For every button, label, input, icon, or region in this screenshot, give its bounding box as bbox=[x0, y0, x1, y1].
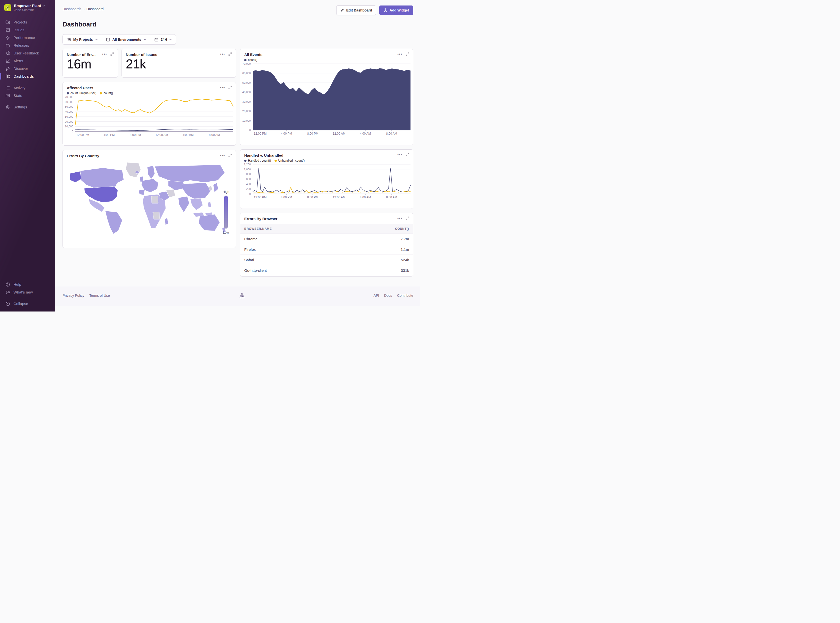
widget-menu-button[interactable]: ••• bbox=[397, 153, 402, 156]
sidebar-item-discover[interactable]: Discover bbox=[0, 65, 55, 72]
sidebar-item-whats-new[interactable]: What's new bbox=[0, 288, 55, 296]
collapse-icon bbox=[6, 302, 10, 306]
sidebar-item-performance[interactable]: Performance bbox=[0, 34, 55, 41]
org-switcher[interactable]: Empower Plant Jane Schmidt bbox=[0, 3, 55, 13]
environment-filter-label: All Environments bbox=[112, 37, 141, 41]
issues-icon bbox=[6, 28, 10, 32]
count-cell: 524k bbox=[347, 255, 413, 265]
svg-text:12:00 AM: 12:00 AM bbox=[333, 132, 346, 135]
breadcrumb-dashboards-link[interactable]: Dashboards bbox=[63, 7, 82, 11]
svg-text:4:00 PM: 4:00 PM bbox=[281, 196, 292, 199]
footer: Privacy Policy Terms of Use API Docs Con… bbox=[55, 286, 420, 306]
column-header-browser-name[interactable]: BROWSER.NAME bbox=[240, 224, 347, 234]
expand-icon[interactable] bbox=[406, 153, 409, 157]
svg-text:30,000: 30,000 bbox=[242, 100, 251, 103]
count-cell: 331k bbox=[347, 265, 413, 276]
svg-text:200: 200 bbox=[246, 187, 251, 190]
svg-text:0: 0 bbox=[72, 130, 73, 133]
widget-menu-button[interactable]: ••• bbox=[102, 53, 107, 55]
projects-icon bbox=[6, 20, 10, 25]
widget-menu-button[interactable]: ••• bbox=[220, 154, 225, 157]
widget-title: Errors By Country bbox=[67, 153, 99, 158]
map-legend-high: High bbox=[223, 190, 229, 193]
expand-icon[interactable] bbox=[406, 52, 409, 56]
help-icon bbox=[6, 282, 10, 287]
browser-name-cell: Safari bbox=[240, 255, 347, 265]
breadcrumb-current: Dashboard bbox=[86, 7, 104, 11]
legend-label: count() bbox=[248, 58, 257, 62]
chevron-down-icon bbox=[95, 39, 98, 40]
svg-text:800: 800 bbox=[246, 173, 251, 176]
environment-filter[interactable]: All Environments bbox=[102, 34, 150, 44]
widget-menu-button[interactable]: ••• bbox=[220, 86, 225, 89]
expand-icon[interactable] bbox=[406, 216, 409, 220]
table-row[interactable]: Safari524k bbox=[240, 255, 413, 265]
legend-label: count_unique(user) bbox=[71, 91, 96, 95]
chevron-down-icon bbox=[143, 39, 146, 40]
widget-menu-button[interactable]: ••• bbox=[397, 53, 402, 55]
sidebar-item-label: Stats bbox=[14, 94, 22, 98]
expand-icon[interactable] bbox=[229, 153, 232, 157]
sidebar-item-user-feedback[interactable]: User Feedback bbox=[0, 49, 55, 57]
privacy-policy-link[interactable]: Privacy Policy bbox=[63, 293, 84, 298]
sidebar-item-releases[interactable]: Releases bbox=[0, 41, 55, 49]
widget-title: Number of Issues bbox=[126, 52, 157, 57]
handled-unhandled-chart[interactable]: 02004006008001,0001,20012:00 PM4:00 PM8:… bbox=[240, 163, 413, 200]
pencil-icon bbox=[340, 9, 344, 12]
docs-link[interactable]: Docs bbox=[384, 293, 392, 298]
legend-label: count() bbox=[103, 91, 113, 95]
count-cell: 7.7m bbox=[347, 234, 413, 244]
widget-handled-unhandled: Handled v. Unhandled ••• Handled : count… bbox=[240, 149, 413, 209]
add-widget-button[interactable]: Add Widget bbox=[379, 6, 413, 15]
affected-users-chart[interactable]: 010,00020,00030,00040,00050,00060,00070,… bbox=[63, 95, 236, 138]
all-events-chart[interactable]: 010,00020,00030,00040,00050,00060,00070,… bbox=[240, 62, 413, 137]
api-link[interactable]: API bbox=[374, 293, 379, 298]
sidebar-item-settings[interactable]: Settings bbox=[0, 103, 55, 111]
sidebar: Empower Plant Jane Schmidt Projects Issu… bbox=[0, 0, 55, 312]
svg-text:4:00 PM: 4:00 PM bbox=[281, 132, 292, 135]
sidebar-collapse-button[interactable]: Collapse bbox=[0, 300, 55, 307]
project-filter[interactable]: My Projects bbox=[63, 34, 102, 44]
table-row[interactable]: Go-http-client331k bbox=[240, 265, 413, 276]
svg-text:60,000: 60,000 bbox=[242, 72, 251, 75]
widget-menu-button[interactable]: ••• bbox=[397, 217, 402, 219]
widget-title: All Events bbox=[244, 52, 263, 57]
chevron-down-icon bbox=[169, 39, 172, 40]
terms-of-use-link[interactable]: Terms of Use bbox=[89, 293, 110, 298]
svg-text:50,000: 50,000 bbox=[242, 81, 251, 84]
widget-menu-button[interactable]: ••• bbox=[220, 53, 225, 55]
svg-text:4:00 AM: 4:00 AM bbox=[360, 196, 371, 199]
sidebar-item-projects[interactable]: Projects bbox=[0, 18, 55, 26]
breadcrumb: Dashboards › Dashboard bbox=[63, 6, 103, 11]
sidebar-item-alerts[interactable]: Alerts bbox=[0, 57, 55, 65]
expand-icon[interactable] bbox=[111, 52, 114, 56]
sidebar-item-issues[interactable]: Issues bbox=[0, 26, 55, 34]
browser-name-cell: Go-http-client bbox=[240, 265, 347, 276]
chart-legend: count() bbox=[240, 57, 413, 62]
map-legend-low: Low bbox=[223, 230, 229, 234]
sidebar-item-label: Collapse bbox=[14, 302, 28, 306]
table-row[interactable]: Firefox1.1m bbox=[240, 244, 413, 255]
widget-number-of-errors: Number of Err… ••• 16m bbox=[63, 49, 118, 78]
column-header-count[interactable]: COUNT() bbox=[347, 224, 413, 234]
sidebar-item-activity[interactable]: Activity bbox=[0, 84, 55, 92]
legend-label: Unhandled : count() bbox=[278, 159, 305, 163]
edit-dashboard-button[interactable]: Edit Dashboard bbox=[336, 6, 376, 15]
sidebar-item-help[interactable]: Help bbox=[0, 281, 55, 288]
table-row[interactable]: Chrome7.7m bbox=[240, 234, 413, 244]
svg-text:10,000: 10,000 bbox=[242, 119, 251, 122]
sidebar-item-dashboards[interactable]: Dashboards bbox=[0, 72, 55, 80]
sidebar-item-label: User Feedback bbox=[14, 51, 39, 55]
sidebar-item-stats[interactable]: Stats bbox=[0, 92, 55, 100]
dashboards-icon bbox=[6, 74, 10, 79]
filter-bar: My Projects All Environments 24H bbox=[63, 34, 176, 45]
expand-icon[interactable] bbox=[229, 86, 232, 89]
world-map[interactable]: High Low bbox=[63, 158, 236, 240]
contribute-link[interactable]: Contribute bbox=[397, 293, 413, 298]
expand-icon[interactable] bbox=[229, 52, 232, 56]
svg-text:40,000: 40,000 bbox=[242, 91, 251, 94]
widget-title: Affected Users bbox=[67, 86, 93, 90]
time-range-filter[interactable]: 24H bbox=[150, 34, 176, 44]
sidebar-nav-settings: Settings bbox=[0, 103, 55, 111]
browser-name-cell: Chrome bbox=[240, 234, 347, 244]
